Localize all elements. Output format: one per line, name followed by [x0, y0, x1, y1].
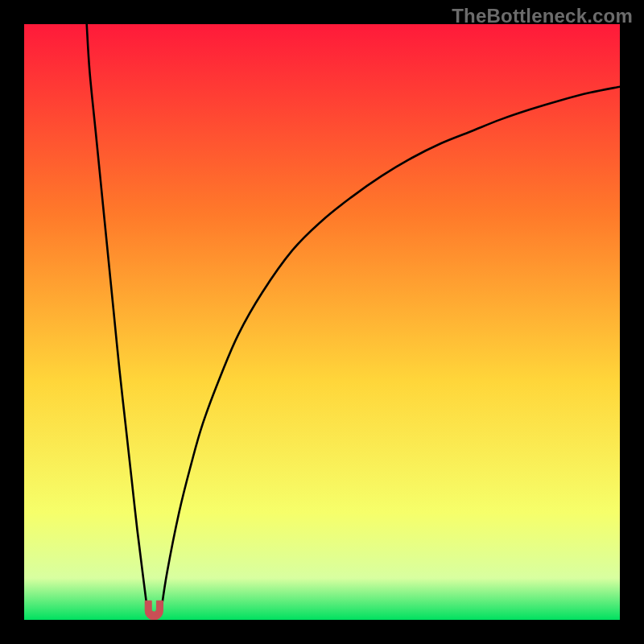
watermark-text: TheBottleneck.com	[452, 5, 633, 27]
chart-svg	[24, 24, 620, 620]
chart-frame: TheBottleneck.com	[0, 0, 644, 644]
gradient-background	[24, 24, 620, 620]
plot-area	[24, 24, 620, 620]
